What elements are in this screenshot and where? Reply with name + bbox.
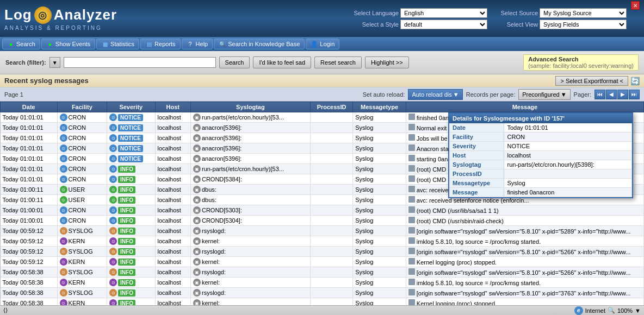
language-select[interactable]: English (400, 8, 487, 18)
logo-subtitle: ANALYSIS & REPORTING (4, 25, 117, 31)
pager-last-button[interactable]: ⏭ (629, 90, 640, 99)
reset-search-button[interactable]: Reset search (314, 56, 362, 68)
col-messagetype[interactable]: Messagetype (353, 102, 406, 112)
pager-first-button[interactable]: ⏮ (595, 90, 605, 99)
status-arrows: ⟨⟩ (3, 307, 8, 314)
table-row[interactable]: Today 00:59:12 ⊙ SYSLOG ⊙ INFO localhost… (1, 247, 644, 257)
message-icon (408, 248, 415, 254)
cell-date: Today 01:00:11 (1, 185, 58, 195)
cell-host: localhost (155, 216, 190, 226)
cell-messagetype: Syslog (353, 164, 406, 174)
table-row[interactable]: Today 00:59:12 ⊙ KERN ⊙ INFO localhost ▣… (1, 257, 644, 267)
col-syslogtag[interactable]: Syslogtag (190, 102, 310, 112)
knowledge-base-button[interactable]: 🔍 Search in Knowledge Base (214, 39, 305, 49)
severity-facility-icon: ⊙ (109, 217, 117, 224)
facility-icon: ⊙ (60, 155, 67, 162)
message-icon (408, 268, 415, 275)
reports-label: Reports (154, 41, 176, 47)
table-row[interactable]: Today 01:00:01 ⊙ CRON ⊙ INFO localhost ▣… (1, 216, 644, 226)
reports-button[interactable]: ▤ Reports (140, 39, 181, 49)
detail-table: Date Today 01:01:01 Facility CRON Severi… (449, 123, 632, 197)
syslogtag-icon: ▣ (193, 196, 201, 204)
table-row[interactable]: Today 00:58:38 ⊙ SYSLOG ⊙ INFO localhost… (1, 267, 644, 278)
nav-bar: ● Search ● Show Events ▦ Statistics ▤ Re… (0, 37, 644, 51)
search-dropdown-button[interactable]: ▼ (49, 57, 60, 68)
cell-host: localhost (155, 288, 190, 298)
search-input[interactable] (64, 57, 216, 68)
cell-messagetype: Syslog (353, 154, 406, 164)
message-icon (408, 175, 415, 182)
table-row[interactable]: Today 00:59:12 ⊙ SYSLOG ⊙ INFO localhost… (1, 226, 644, 236)
detail-field-label: ProcessID (449, 169, 504, 179)
source-select[interactable]: My Syslog Source (540, 8, 627, 18)
highlight-button[interactable]: Highlight >> (365, 56, 409, 68)
cell-severity: ⊙ NOTICE (107, 154, 155, 164)
style-select[interactable]: default (400, 20, 487, 29)
cell-processid (310, 257, 352, 267)
statistics-button[interactable]: ▦ Statistics (96, 39, 139, 49)
table-row[interactable]: Today 00:58:38 ⊙ SYSLOG ⊙ INFO localhost… (1, 288, 644, 298)
view-select[interactable]: Syslog Fields (540, 20, 627, 29)
severity-badge: INFO (118, 217, 135, 224)
login-button[interactable]: 👤 Login (306, 39, 339, 49)
message-icon (408, 289, 415, 295)
search-nav-button[interactable]: ● Search (2, 39, 40, 49)
col-date[interactable]: Date (1, 102, 58, 112)
cell-syslogtag: ▣ run-parts(/etc/cron.hourly)[53... (190, 112, 310, 123)
col-facility[interactable]: Facility (57, 102, 107, 112)
cell-host: localhost (155, 143, 190, 154)
syslogtag-icon: ▣ (193, 217, 201, 224)
cell-date: Today 00:59:12 (1, 236, 58, 247)
zoom-value: 100% (617, 307, 633, 314)
cell-processid (310, 154, 352, 164)
content-title: Recent syslog messages (4, 77, 89, 85)
pager-next-button[interactable]: ▶ (617, 90, 628, 99)
preconfigured-button[interactable]: Preconfigured ▼ (518, 89, 570, 100)
cell-date: Today 00:58:38 (1, 278, 58, 288)
facility-icon: ⊙ (60, 289, 67, 297)
cell-facility: ⊙ USER (57, 185, 107, 195)
severity-badge: NOTICE (118, 135, 143, 142)
severity-facility-icon: ⊙ (109, 124, 117, 131)
settings-panel: Select Language English Select Source My… (350, 8, 627, 29)
cell-messagetype: Syslog (353, 205, 406, 216)
cell-facility: ⊙ CRON (57, 164, 107, 174)
cell-messagetype: Syslog (353, 174, 406, 185)
facility-icon: ⊙ (60, 217, 67, 224)
detail-field-label: Facility (449, 133, 504, 142)
col-message[interactable]: Message (406, 102, 643, 112)
cell-syslogtag: ▣ run-parts(/etc/cron.hourly)[53... (190, 164, 310, 174)
auto-reload-button[interactable]: Auto reload dis ▼ (408, 89, 462, 100)
show-events-button[interactable]: ● Show Events (41, 39, 95, 49)
facility-icon: ⊙ (60, 175, 67, 183)
search-filter-label: Search (filter): (5, 59, 46, 66)
cell-processid (310, 123, 352, 133)
cell-processid (310, 143, 352, 154)
col-processid[interactable]: ProcessID (310, 102, 352, 112)
cell-syslogtag: ▣ anacron[5396]: (190, 133, 310, 143)
severity-badge: NOTICE (118, 155, 143, 162)
cell-processid (310, 174, 352, 185)
severity-badge: INFO (118, 166, 135, 173)
statistics-icon: ▦ (101, 40, 109, 48)
window-close-button[interactable]: ✕ (631, 1, 640, 10)
facility-icon: ⊙ (60, 206, 67, 214)
language-label: Select Language (350, 10, 399, 16)
cell-message: imklog 5.8.10, log source = /proc/kmsg s… (406, 278, 643, 288)
table-row[interactable]: Today 00:58:38 ⊙ KERN ⊙ INFO localhost ▣… (1, 278, 644, 288)
table-row[interactable]: Today 01:00:01 ⊙ CRON ⊙ INFO localhost ▣… (1, 205, 644, 216)
help-button[interactable]: ? Help (182, 39, 213, 49)
col-host[interactable]: Host (155, 102, 190, 112)
cell-processid (310, 247, 352, 257)
pager-prev-button[interactable]: ◀ (606, 90, 617, 99)
facility-icon: ⊙ (60, 258, 67, 266)
cell-facility: ⊙ KERN (57, 257, 107, 267)
col-severity[interactable]: Severity (107, 102, 155, 112)
cell-facility: ⊙ KERN (57, 278, 107, 288)
export-format-button[interactable]: > Select Exportformat < (555, 76, 628, 86)
cell-host: localhost (155, 257, 190, 267)
feel-sad-button[interactable]: I'd like to feel sad (253, 56, 311, 68)
search-button[interactable]: Search (219, 56, 250, 68)
export-icon[interactable]: 🔄 (630, 77, 640, 85)
table-row[interactable]: Today 00:59:12 ⊙ KERN ⊙ INFO localhost ▣… (1, 236, 644, 247)
